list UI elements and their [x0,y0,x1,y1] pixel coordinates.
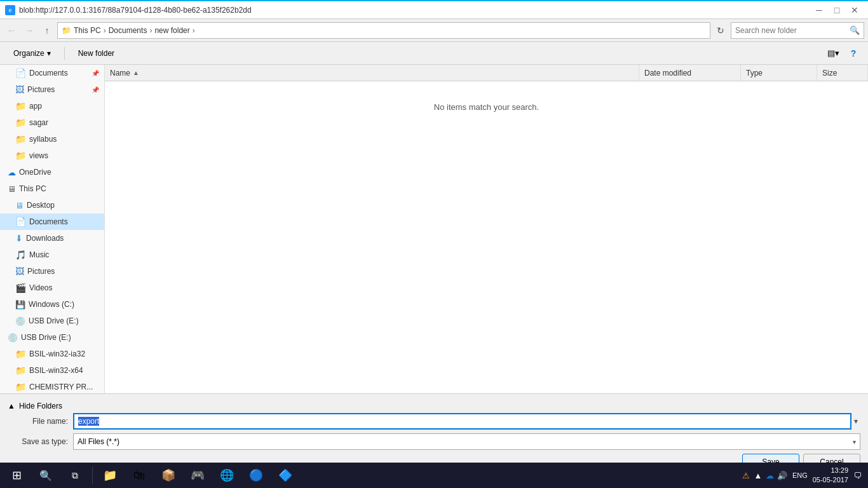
taskbar-clock: 13:29 05-05-2017 [813,466,848,485]
title-bar-left: e blob:http://127.0.0.1:3167/88a79104-d1… [5,5,252,15]
search-box: 🔍 [731,22,864,39]
sidebar-item-label: Desktop [27,201,55,210]
store-taskbar[interactable]: 🛍 [125,464,153,487]
organize-button[interactable]: Organize ▾ [6,45,58,62]
sidebar-item-syllabus[interactable]: 📁 syllabus [0,131,104,147]
onedrive-icon: ☁ [8,168,16,177]
start-button[interactable]: ⊞ [3,464,31,487]
minimize-button[interactable]: ─ [811,4,827,17]
sidebar-item-label: USB Drive (E:) [21,333,71,342]
sidebar-item-bsil64[interactable]: 📁 BSIL-win32-x64 [0,362,104,379]
up-button[interactable]: ↑ [39,23,55,38]
close-button[interactable]: ✕ [846,4,863,17]
sidebar-item-label: BSIL-win32-x64 [29,366,83,375]
folder-icon: 📁 [15,349,26,359]
sort-arrow-icon: ▲ [133,69,139,76]
col-type-label: Type [746,69,763,78]
sidebar-item-documents2[interactable]: 📄 Documents [0,214,104,230]
sidebar-item-label: BSIL-win32-ia32 [29,349,85,358]
pictures-icon: 🖼 [15,85,24,95]
savetype-select[interactable]: All Files (*.*) ▾ [73,433,860,450]
file-list[interactable]: No items match your search. [105,81,868,393]
empty-message: No items match your search. [105,81,868,132]
sidebar-item-windows-c[interactable]: 💾 Windows (C:) [0,296,104,313]
clock-date: 05-05-2017 [813,475,848,485]
hide-folders-label: Hide Folders [19,402,62,410]
col-header-name[interactable]: Name ▲ [105,65,639,81]
breadcrumb[interactable]: 📁 This PC › Documents › new folder › [57,22,710,39]
sidebar-item-downloads[interactable]: ⬇ Downloads [0,230,104,247]
hide-folders-row[interactable]: ▲ Hide Folders [8,399,860,413]
file-explorer-taskbar[interactable]: 📁 [96,464,124,487]
docs-icon2: 📄 [15,217,26,227]
sidebar-item-label: sagar [29,118,48,127]
view-button[interactable]: ▤ ▾ [824,45,843,62]
sidebar-item-onedrive[interactable]: ☁ OneDrive [0,164,104,180]
sidebar-item-label: CHEMISTRY PR... [29,383,93,391]
sidebar-item-usb-drive[interactable]: 💿 USB Drive (E:) [0,329,104,346]
breadcrumb-thispc[interactable]: This PC [74,26,101,35]
app2-taskbar[interactable]: 🔷 [271,464,299,487]
downloads-icon: ⬇ [15,233,23,243]
folder-icon: 📁 [15,365,26,376]
filename-row: File name: ▾ [8,413,860,430]
systray-icon2[interactable]: ▲ [753,470,763,480]
notification-icon[interactable]: 🗨 [853,471,862,480]
col-header-type[interactable]: Type [741,65,817,81]
sidebar-item-sagar[interactable]: 📁 sagar [0,114,104,131]
view-arrow-icon: ▾ [835,48,839,58]
usb-icon2: 💿 [8,333,18,342]
sidebar-item-bsil32[interactable]: 📁 BSIL-win32-ia32 [0,346,104,362]
breadcrumb-newfolder[interactable]: new folder [154,26,189,35]
app1-taskbar[interactable]: 🔵 [242,464,270,487]
help-button[interactable]: ? [845,45,862,62]
forward-button[interactable]: → [22,23,37,38]
taskview-button[interactable]: ⧉ [61,464,89,487]
systray-icon3[interactable]: ☁ [765,470,775,480]
window-title: blob:http://127.0.0.1:3167/88a79104-d128… [19,6,252,15]
folder-icon: 📁 [15,382,26,392]
sidebar-item-label: USB Drive (E:) [29,316,79,325]
folder-icon: 📁 [15,118,26,128]
sidebar-item-desktop[interactable]: 🖥 Desktop [0,197,104,214]
sidebar-item-pictures2[interactable]: 🖼 Pictures [0,263,104,280]
refresh-button[interactable]: ↻ [713,23,728,38]
systray-icon4[interactable]: 🔊 [777,470,787,480]
chrome-taskbar[interactable]: 🌐 [213,464,241,487]
sidebar-item-label: syllabus [29,135,57,144]
taskbar-right: ⚠ ▲ ☁ 🔊 ENG 13:29 05-05-2017 🗨 [737,463,865,488]
pc-icon: 🖥 [8,184,16,194]
sidebar-item-chemistry[interactable]: 📁 CHEMISTRY PR... [0,379,104,393]
sidebar-item-music[interactable]: 🎵 Music [0,247,104,263]
new-folder-button[interactable]: New folder [71,45,121,62]
col-header-date[interactable]: Date modified [639,65,741,81]
search-icon: 🔍 [850,25,860,35]
breadcrumb-documents[interactable]: Documents [109,26,147,35]
filename-input[interactable] [73,413,851,430]
sidebar-item-app[interactable]: 📁 app [0,98,104,114]
taskbar-separator [92,466,93,484]
steam-taskbar[interactable]: 🎮 [184,464,212,487]
toolbar-separator [64,47,65,60]
back-button[interactable]: ← [4,23,19,38]
sidebar: 📄 Documents 📌 🖼 Pictures 📌 📁 app 📁 sagar [0,65,105,393]
sidebar-item-usb-e[interactable]: 💿 USB Drive (E:) [0,313,104,329]
column-headers: Name ▲ Date modified Type Size [105,65,868,81]
docs-icon: 📄 [15,68,26,78]
maximize-button[interactable]: □ [829,4,845,17]
dropbox-taskbar[interactable]: 📦 [154,464,182,487]
toolbar-right: ▤ ▾ ? [824,45,862,62]
taskbar: ⊞ 🔍 ⧉ 📁 🛍 📦 🎮 🌐 🔵 🔷 ⚠ ▲ ☁ 🔊 ENG 13:29 05… [0,463,868,488]
sidebar-item-thispc[interactable]: 🖥 This PC [0,180,104,197]
col-header-size[interactable]: Size [817,65,868,81]
sidebar-item-videos[interactable]: 🎬 Videos [0,280,104,296]
filename-dropdown-arrow[interactable]: ▾ [851,417,860,426]
systray-icon1[interactable]: ⚠ [741,470,751,480]
sidebar-item-views[interactable]: 📁 views [0,147,104,164]
search-taskbar-button[interactable]: 🔍 [32,464,60,487]
systray: ⚠ ▲ ☁ 🔊 [741,470,787,480]
sidebar-item-documents[interactable]: 📄 Documents 📌 [0,65,104,81]
search-input[interactable] [735,26,847,35]
sidebar-item-pictures[interactable]: 🖼 Pictures 📌 [0,81,104,98]
folder-icon: 📁 [15,101,26,111]
